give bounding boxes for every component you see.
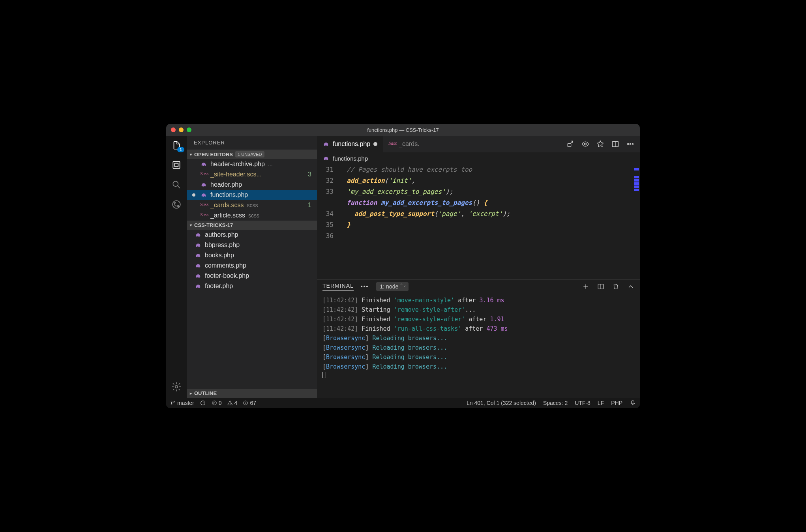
cursor-position[interactable]: Ln 401, Col 1 (322 selected) (467, 400, 536, 406)
file-label: _article.scss (210, 212, 245, 219)
split-terminal-icon[interactable] (597, 283, 604, 290)
sync-icon[interactable] (200, 400, 206, 406)
indent-setting[interactable]: Spaces: 2 (543, 400, 568, 406)
php-icon (195, 262, 202, 269)
php-icon (322, 155, 330, 162)
file-label: header-archive.php (210, 161, 265, 168)
sass-icon: Sass (200, 171, 207, 178)
more-actions-icon[interactable] (626, 140, 634, 148)
open-editor-item[interactable]: Sass_site-header.scs...3 (187, 169, 317, 180)
run-icon[interactable] (596, 140, 604, 148)
terminal-panel: TERMINAL ••• 1: node [11:42:42] Finished… (317, 279, 640, 398)
php-icon (322, 140, 330, 148)
project-header[interactable]: ▾ CSS-TRICKS-17 (187, 221, 317, 230)
svg-point-3 (172, 200, 180, 208)
vscode-window: functions.php — CSS-Tricks-17 1 (166, 124, 640, 408)
svg-point-8 (585, 143, 587, 145)
editor-group: functions.phpSass_cards. functions.php 3… (317, 136, 640, 398)
info-count[interactable]: 67 (243, 400, 256, 406)
terminal-output[interactable]: [11:42:42] Finished 'move-main-style' af… (317, 293, 640, 398)
file-tree-item[interactable]: authors.php (187, 230, 317, 240)
terminal-tab[interactable]: TERMINAL (322, 283, 354, 291)
file-dir: ... (268, 161, 273, 167)
editor-actions (566, 140, 640, 148)
outline-label: OUTLINE (194, 390, 217, 396)
preview-icon[interactable] (581, 140, 589, 148)
svg-point-10 (628, 143, 629, 144)
editor-tab[interactable]: Sass_cards. (383, 136, 425, 152)
php-icon (195, 231, 202, 238)
chevron-down-icon: ▾ (190, 223, 192, 227)
open-editor-item[interactable]: Sass_article.scssscss (187, 210, 317, 221)
git-branch[interactable]: master (170, 400, 194, 406)
php-icon (200, 181, 207, 188)
explorer-icon[interactable]: 1 (171, 140, 182, 151)
svg-rect-7 (568, 143, 571, 146)
svg-rect-1 (175, 163, 178, 167)
tab-label: _cards. (399, 140, 419, 148)
titlebar[interactable]: functions.php — CSS-Tricks-17 (166, 124, 640, 136)
terminal-select[interactable]: 1: node (376, 282, 409, 291)
sass-icon: Sass (200, 202, 207, 209)
sass-icon: Sass (200, 212, 207, 219)
search-icon[interactable] (171, 159, 182, 170)
svg-point-12 (632, 143, 633, 144)
breadcrumb-label: functions.php (333, 155, 368, 162)
chevron-down-icon: ▾ (190, 152, 192, 157)
file-label: footer.php (205, 283, 233, 290)
explorer-badge: 1 (177, 147, 184, 152)
explorer-sidebar: EXPLORER ▾ OPEN EDITORS 1 UNSAVED header… (187, 136, 317, 398)
file-tree-item[interactable]: bbpress.php (187, 240, 317, 250)
breadcrumb[interactable]: functions.php (317, 152, 640, 164)
errors-count[interactable]: 0 (212, 400, 222, 406)
file-label: authors.php (205, 231, 238, 238)
file-label: _site-header.scs... (210, 171, 262, 178)
terminal-more-icon[interactable]: ••• (361, 283, 369, 290)
source-control-icon[interactable] (171, 199, 182, 210)
open-editors-header[interactable]: ▾ OPEN EDITORS 1 UNSAVED (187, 150, 317, 159)
language-mode[interactable]: PHP (611, 400, 622, 406)
code-editor[interactable]: 313233 343536 // Pages should have excer… (317, 164, 640, 279)
open-editor-item[interactable]: Sass_cards.scssscss1 (187, 200, 317, 210)
editor-tab[interactable]: functions.php (317, 136, 383, 152)
notifications-bell-icon[interactable] (630, 400, 636, 406)
code-content[interactable]: // Pages should have excerpts too add_ac… (339, 164, 633, 279)
maximize-panel-icon[interactable] (627, 283, 634, 290)
sidebar-title: EXPLORER (187, 136, 317, 150)
outline-header[interactable]: ▸ OUTLINE (187, 389, 317, 398)
line-gutter: 313233 343536 (317, 164, 339, 279)
open-editors-label: OPEN EDITORS (194, 152, 233, 157)
split-editor-icon[interactable] (611, 140, 619, 148)
file-label: books.php (205, 252, 234, 259)
file-tree-item[interactable]: comments.php (187, 260, 317, 271)
svg-point-11 (630, 143, 631, 144)
new-terminal-icon[interactable] (582, 283, 589, 290)
open-changes-icon[interactable] (566, 140, 574, 148)
activity-bar: 1 (166, 136, 187, 398)
git-badge: 1 (308, 202, 314, 209)
svg-point-6 (175, 386, 178, 388)
file-label: functions.php (210, 191, 248, 199)
php-icon (200, 161, 207, 168)
settings-gear-icon[interactable] (171, 381, 182, 392)
php-icon (195, 252, 202, 259)
encoding[interactable]: UTF-8 (575, 400, 590, 406)
open-editor-item[interactable]: header.php (187, 180, 317, 190)
php-icon (195, 272, 202, 279)
editor-tabs: functions.phpSass_cards. (317, 136, 640, 152)
warnings-count[interactable]: 4 (227, 400, 238, 406)
kill-terminal-icon[interactable] (612, 283, 619, 290)
file-label: bbpress.php (205, 242, 240, 249)
file-tree-item[interactable]: footer-book.php (187, 271, 317, 281)
open-editor-item[interactable]: functions.php (187, 190, 317, 200)
minimap[interactable] (633, 164, 640, 279)
project-files-list: authors.phpbbpress.phpbooks.phpcomments.… (187, 230, 317, 389)
open-editor-item[interactable]: header-archive.php... (187, 159, 317, 169)
workbench-body: 1 EXPLORER ▾ OPEN EDITORS 1 UNSAVED (166, 136, 640, 398)
eol[interactable]: LF (598, 400, 604, 406)
tab-label: functions.php (333, 140, 370, 148)
window-title: functions.php — CSS-Tricks-17 (166, 127, 640, 133)
magnify-icon[interactable] (171, 179, 182, 190)
file-tree-item[interactable]: footer.php (187, 281, 317, 291)
file-tree-item[interactable]: books.php (187, 250, 317, 260)
